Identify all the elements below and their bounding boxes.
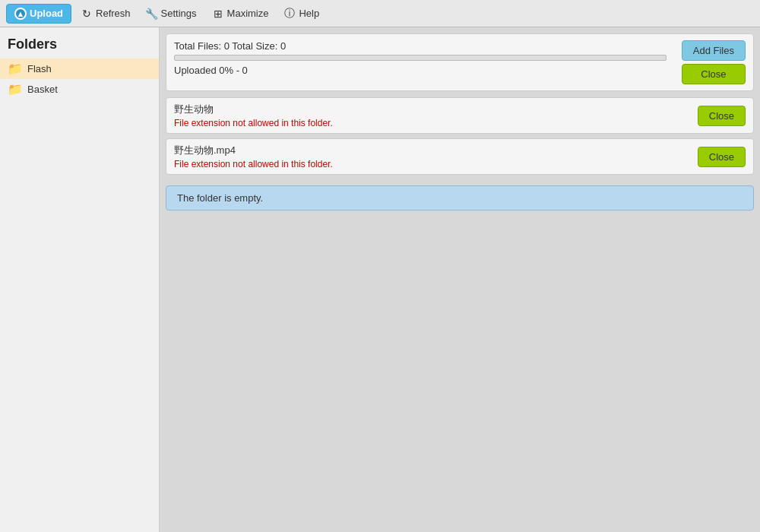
file-error-row-1: 野生动物 File extension not allowed in this … (166, 97, 754, 134)
file-error-1: File extension not allowed in this folde… (174, 118, 698, 128)
sidebar-item-basket[interactable]: 📁 Basket (0, 79, 159, 100)
folder-label-basket: Basket (27, 84, 58, 95)
settings-label: Settings (161, 8, 197, 19)
empty-folder-notice: The folder is empty. (166, 185, 754, 211)
help-label: Help (299, 8, 319, 19)
progress-text: Uploaded 0% - 0 (174, 65, 248, 76)
upload-top-section: Total Files: 0 Total Size: 0 Uploaded 0%… (174, 40, 746, 84)
maximize-label: Maximize (227, 8, 269, 19)
sidebar-item-flash[interactable]: 📁 Flash (0, 59, 159, 79)
stats-row: Total Files: 0 Total Size: 0 (174, 40, 674, 52)
upload-button[interactable]: ▲ Upload (6, 4, 71, 24)
file-error-row-2: 野生动物.mp4 File extension not allowed in t… (166, 138, 754, 175)
refresh-button[interactable]: ↻ Refresh (74, 5, 137, 22)
main-layout: Folders 📁 Flash 📁 Basket Total Files: 0 … (0, 27, 760, 532)
add-files-button[interactable]: Add Files (682, 40, 746, 61)
close-file-2-button[interactable]: Close (698, 147, 746, 167)
progress-row: Uploaded 0% - 0 (174, 65, 674, 76)
close-file-1-button[interactable]: Close (698, 106, 746, 126)
sidebar: Folders 📁 Flash 📁 Basket (0, 27, 160, 532)
refresh-icon: ↻ (81, 8, 93, 20)
sidebar-title: Folders (0, 33, 159, 59)
upload-left: Total Files: 0 Total Size: 0 Uploaded 0%… (174, 40, 674, 76)
settings-icon: 🔧 (146, 8, 158, 20)
close-upload-button[interactable]: Close (682, 64, 746, 84)
folder-icon-basket: 📁 (8, 82, 23, 97)
settings-button[interactable]: 🔧 Settings (140, 5, 203, 22)
upload-label: Upload (30, 8, 63, 19)
file-info-1: 野生动物 File extension not allowed in this … (174, 103, 698, 128)
help-button[interactable]: ⓘ Help (277, 5, 325, 22)
file-name-1: 野生动物 (174, 103, 698, 116)
upload-btn-col: Add Files Close (682, 40, 746, 84)
folder-label-flash: Flash (27, 63, 52, 74)
content-area: Total Files: 0 Total Size: 0 Uploaded 0%… (160, 27, 760, 532)
upload-panel: Total Files: 0 Total Size: 0 Uploaded 0%… (166, 33, 754, 91)
file-error-2: File extension not allowed in this folde… (174, 159, 698, 169)
maximize-button[interactable]: ⊞ Maximize (206, 5, 275, 22)
toolbar: ▲ Upload ↻ Refresh 🔧 Settings ⊞ Maximize… (0, 0, 760, 27)
stats-text: Total Files: 0 Total Size: 0 (174, 40, 286, 52)
upload-icon: ▲ (14, 8, 27, 20)
folder-icon-flash: 📁 (8, 62, 23, 76)
file-name-2: 野生动物.mp4 (174, 144, 698, 157)
refresh-label: Refresh (96, 8, 131, 19)
help-icon: ⓘ (283, 8, 296, 20)
maximize-icon: ⊞ (212, 8, 224, 20)
file-info-2: 野生动物.mp4 File extension not allowed in t… (174, 144, 698, 169)
